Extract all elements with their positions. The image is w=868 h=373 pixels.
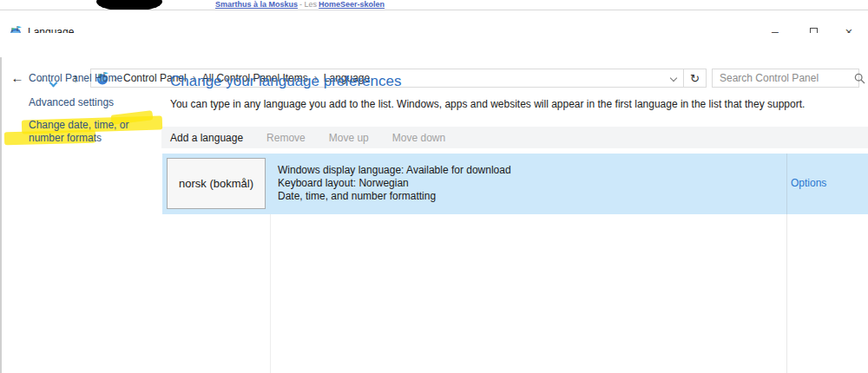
list-column-divider — [270, 214, 271, 373]
link-homeseer-skolen[interactable]: HomeSeer-skolen — [319, 0, 385, 9]
sidebar-item-change-date-time-number-formats[interactable]: Change date, time, or number formats — [29, 119, 159, 145]
language-list-item-selected[interactable]: norsk (bokmål) Windows display language:… — [162, 154, 868, 214]
window-titlebar: Language – × — [0, 10, 868, 33]
search-icon[interactable] — [854, 73, 865, 84]
search-box — [712, 69, 859, 88]
window-left-edge — [0, 10, 2, 373]
sidebar-item-control-panel-home[interactable]: Control Panel Home — [29, 72, 122, 85]
screen: Smarthus à la Moskus- LesHomeSeer-skolen… — [0, 0, 868, 373]
navigation-bar: ← → ↑ › Control Panel › All Control Pane… — [0, 33, 868, 57]
move-up-button[interactable]: Move up — [329, 132, 369, 144]
sidebar-item-advanced-settings[interactable]: Advanced settings — [29, 96, 114, 109]
language-tile[interactable]: norsk (bokmål) — [167, 158, 266, 209]
address-dropdown-button[interactable] — [664, 69, 683, 87]
search-input[interactable] — [713, 72, 854, 84]
formats-line: Date, time, and number formatting — [278, 190, 511, 203]
list-toolbar: Add a language Remove Move up Move down — [161, 127, 868, 148]
refresh-button[interactable]: ↻ — [683, 69, 706, 87]
language-details: Windows display language: Available for … — [278, 164, 511, 203]
add-a-language-button[interactable]: Add a language — [170, 132, 243, 144]
move-down-button[interactable]: Move down — [392, 132, 445, 144]
page-description: You can type in any language you add to … — [170, 98, 805, 110]
options-link[interactable]: Options — [791, 177, 826, 189]
remove-button[interactable]: Remove — [266, 132, 306, 144]
display-language-line: Windows display language: Available for … — [278, 164, 511, 177]
link-separator-text: - Les — [298, 0, 319, 9]
page-links: Smarthus à la Moskus- LesHomeSeer-skolen — [215, 0, 385, 10]
redaction-blob — [96, 0, 162, 10]
chevron-down-icon — [670, 75, 677, 82]
keyboard-layout-line: Keyboard layout: Norwegian — [278, 177, 511, 190]
browser-page-strip: Smarthus à la Moskus- LesHomeSeer-skolen — [0, 0, 868, 10]
back-button[interactable]: ← — [7, 69, 28, 88]
list-column-divider — [786, 154, 787, 373]
link-smarthus[interactable]: Smarthus à la Moskus — [215, 0, 298, 9]
page-title: Change your language preferences — [170, 73, 402, 90]
